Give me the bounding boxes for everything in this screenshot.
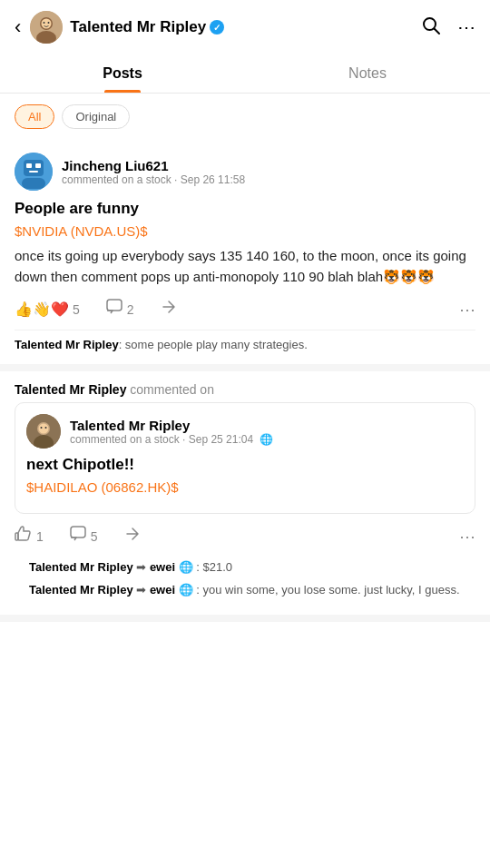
user-row-1: Jincheng Liu621 commented on a stock · S…: [15, 153, 475, 191]
reactions-group-1[interactable]: 👍 👋 ❤️ 5: [15, 301, 80, 318]
clap-icon: 👋: [33, 301, 51, 318]
share-icon-2: [123, 525, 142, 547]
comment-separator: :: [119, 338, 125, 351]
post-title-1: People are funny: [15, 200, 475, 218]
filter-original[interactable]: Original: [62, 104, 130, 129]
user-meta-1: commented on a stock · Sep 26 11:58: [62, 173, 475, 186]
tab-posts[interactable]: Posts: [0, 54, 245, 93]
svg-rect-10: [26, 163, 32, 168]
user-info-1: Jincheng Liu621 commented on a stock · S…: [62, 158, 475, 186]
post-2-actions: 1 5 ⋯: [0, 525, 490, 622]
svg-point-20: [45, 427, 47, 429]
svg-rect-13: [22, 178, 45, 189]
nested-user-info: Talented Mr Ripley commented on a stock …: [70, 418, 464, 446]
post-2-wrapper: Talented Mr Ripley commented on Talented…: [0, 371, 490, 622]
reaction-count-1: 5: [73, 302, 80, 317]
comment-author-1: Talented Mr Ripley: [15, 338, 119, 351]
like-icon: 👍: [15, 301, 33, 318]
comment-count-1: 2: [127, 302, 134, 317]
comment-icon-2: [69, 525, 87, 547]
svg-point-19: [41, 427, 43, 429]
comment-preview-1: Talented Mr Ripley: some people play man…: [15, 330, 475, 351]
tabs: Posts Notes: [0, 54, 490, 94]
filter-row: All Original: [0, 94, 490, 140]
more-options-2[interactable]: ⋯: [459, 527, 475, 547]
header-actions: ⋯: [421, 15, 475, 40]
comment-author-2-2: Talented Mr Ripley: [29, 583, 133, 597]
comment-text-2-2: : you win some, you lose some. just luck…: [196, 583, 459, 597]
comment-line-2: Talented Mr Ripley ➡ ewei 🌐 : you win so…: [29, 579, 461, 602]
globe-icon-nested: 🌐: [260, 433, 273, 446]
nested-avatar: [26, 414, 61, 449]
like-icon-2: [15, 525, 33, 547]
profile-avatar: [30, 11, 63, 44]
header-title-area: Talented Mr Ripley: [70, 18, 421, 36]
tab-notes[interactable]: Notes: [245, 54, 490, 93]
svg-rect-21: [15, 533, 18, 540]
arrow-icon-2: ➡: [136, 583, 150, 597]
svg-rect-14: [107, 300, 122, 311]
back-button[interactable]: ‹: [15, 15, 21, 39]
like-count-2: 1: [36, 529, 44, 544]
svg-rect-11: [35, 163, 41, 168]
target-globe-1: 🌐: [179, 560, 193, 574]
comment-line-1: Talented Mr Ripley ➡ ewei 🌐 : $21.0: [29, 557, 461, 579]
actions-row-2: 1 5 ⋯: [15, 525, 475, 547]
share-icon-1: [160, 298, 178, 321]
nested-post-title: next Chipotle!!: [26, 456, 464, 474]
comment-icon-1: [105, 298, 123, 321]
search-button[interactable]: [421, 15, 441, 40]
target-globe-2: 🌐: [179, 583, 193, 597]
user-avatar-1: [15, 153, 53, 191]
avatar-image: [30, 11, 63, 44]
section-author-2: Talented Mr Ripley: [15, 382, 126, 397]
likes-group-2[interactable]: 1: [15, 525, 44, 547]
verified-badge: [210, 20, 224, 35]
nested-stock-link[interactable]: $HAIDILAO (06862.HK)$: [26, 479, 464, 495]
svg-rect-12: [29, 171, 38, 173]
more-button[interactable]: ⋯: [457, 16, 475, 38]
stock-link-1[interactable]: $NVIDIA (NVDA.US)$: [15, 223, 475, 239]
comments-group-1[interactable]: 2: [105, 298, 134, 321]
share-group-2[interactable]: [123, 525, 142, 547]
comment-target-2-2: ewei: [150, 583, 175, 597]
actions-row-1: 👍 👋 ❤️ 5 2 ⋯: [15, 298, 475, 321]
svg-rect-22: [71, 527, 85, 538]
post-body-1: once its going up everybody says 135 140…: [15, 246, 475, 287]
header: ‹ Talented Mr Ripley ⋯: [0, 0, 490, 54]
svg-point-5: [48, 22, 50, 24]
comment-text-2-1: : $21.0: [196, 560, 232, 574]
filter-all[interactable]: All: [15, 104, 54, 129]
section-label-2: Talented Mr Ripley commented on: [0, 371, 490, 402]
profile-name: Talented Mr Ripley: [70, 18, 206, 36]
heart-icon: ❤️: [51, 301, 69, 318]
username-1: Jincheng Liu621: [62, 158, 475, 173]
nested-card-2: Talented Mr Ripley commented on a stock …: [15, 402, 475, 514]
svg-rect-9: [24, 160, 44, 176]
svg-point-4: [44, 22, 45, 24]
nested-user-meta: commented on a stock · Sep 25 21:04 🌐: [70, 433, 464, 446]
post-1: Jincheng Liu621 commented on a stock · S…: [0, 140, 490, 371]
share-group-1[interactable]: [160, 298, 178, 321]
comment-count-2: 5: [91, 529, 98, 544]
comment-text-1: some people play many strategies.: [125, 338, 308, 351]
reaction-icons-1: 👍 👋 ❤️: [15, 301, 69, 318]
comments-preview-2: Talented Mr Ripley ➡ ewei 🌐 : $21.0 Tale…: [15, 557, 475, 602]
nested-user-row: Talented Mr Ripley commented on a stock …: [26, 414, 464, 449]
arrow-icon-1: ➡: [136, 560, 150, 574]
nested-username: Talented Mr Ripley: [70, 418, 464, 433]
comment-author-2-1: Talented Mr Ripley: [29, 560, 133, 574]
more-options-1[interactable]: ⋯: [459, 300, 475, 320]
comment-target-2-1: ewei: [150, 560, 175, 574]
svg-point-18: [39, 424, 49, 434]
comments-group-2[interactable]: 5: [69, 525, 98, 547]
svg-line-7: [435, 28, 440, 34]
